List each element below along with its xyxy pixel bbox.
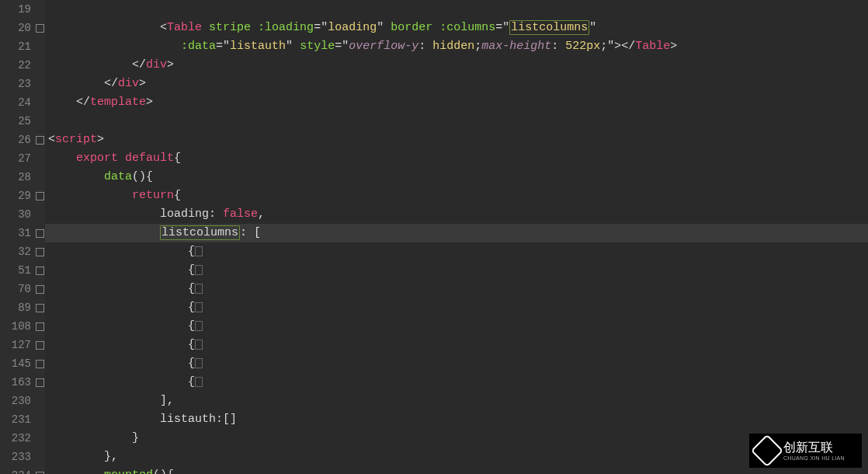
code-token: ; [600, 40, 607, 53]
code-token: : [418, 40, 432, 53]
line-number[interactable]: 27 [0, 149, 34, 168]
code-line[interactable]: { [45, 317, 868, 336]
line-number[interactable]: 51 [0, 261, 34, 280]
code-token: :columns [439, 21, 495, 34]
code-line[interactable]: mounted(){ [45, 466, 868, 474]
fold-marker-icon[interactable] [34, 261, 45, 280]
code-line[interactable]: { [45, 261, 868, 280]
fold-marker-icon[interactable] [34, 242, 45, 261]
line-number[interactable]: 25 [0, 112, 34, 131]
line-number[interactable]: 20 [0, 19, 34, 37]
fold-marker-icon[interactable] [34, 186, 45, 205]
code-line[interactable]: :data="listauth" style="overflow-y: hidd… [45, 37, 868, 56]
code-line[interactable]: data(){ [45, 168, 868, 186]
line-number[interactable]: 24 [0, 93, 34, 112]
code-token: " [607, 40, 614, 53]
fold-marker-empty [34, 75, 45, 93]
code-token: = [216, 40, 223, 53]
line-number[interactable]: 23 [0, 75, 34, 93]
fold-marker-icon[interactable] [34, 373, 45, 392]
line-number[interactable]: 70 [0, 280, 34, 298]
code-line[interactable]: listcolumns: [ [45, 224, 868, 242]
code-editor[interactable]: 1920212223242526272829303132517089108127… [0, 0, 868, 474]
code-line[interactable]: }, [45, 448, 868, 466]
fold-marker-icon[interactable] [34, 298, 45, 317]
line-number[interactable]: 234 [0, 466, 34, 474]
line-number[interactable]: 29 [0, 186, 34, 205]
folded-region-icon[interactable] [195, 302, 203, 312]
code-line[interactable]: { [45, 336, 868, 354]
code-line[interactable]: { [45, 280, 868, 298]
code-line[interactable]: { [45, 242, 868, 261]
fold-marker-empty [34, 93, 45, 112]
code-token: : [551, 40, 565, 53]
code-line[interactable]: } [45, 429, 868, 448]
line-number[interactable]: 32 [0, 242, 34, 261]
folded-region-icon[interactable] [195, 265, 203, 275]
code-area[interactable]: <Table stripe :loading="loading" border … [45, 0, 868, 474]
line-number[interactable]: 145 [0, 354, 34, 373]
line-number[interactable]: 22 [0, 56, 34, 75]
line-number[interactable]: 30 [0, 205, 34, 224]
fold-marker-icon[interactable] [34, 131, 45, 149]
line-number[interactable]: 108 [0, 317, 34, 336]
fold-marker-icon[interactable] [34, 466, 45, 474]
code-token: export [76, 152, 118, 165]
code-token: { [174, 152, 181, 165]
fold-marker-icon[interactable] [34, 354, 45, 373]
line-number[interactable]: 31 [0, 224, 34, 242]
fold-marker-icon[interactable] [34, 224, 45, 242]
code-line[interactable]: listauth:[] [45, 410, 868, 429]
code-line[interactable] [45, 112, 868, 131]
code-line[interactable]: export default{ [45, 149, 868, 168]
folded-region-icon[interactable] [195, 377, 203, 387]
line-number[interactable]: 21 [0, 37, 34, 56]
code-line[interactable]: { [45, 373, 868, 392]
line-number[interactable]: 230 [0, 392, 34, 410]
code-line[interactable]: { [45, 354, 868, 373]
code-token: { [188, 282, 195, 295]
folded-region-icon[interactable] [195, 246, 203, 256]
fold-marker-icon[interactable] [34, 280, 45, 298]
code-token: { [174, 189, 181, 202]
folded-region-icon[interactable] [195, 340, 203, 350]
fold-marker-icon[interactable] [34, 317, 45, 336]
folded-region-icon[interactable] [195, 358, 203, 368]
line-number-gutter[interactable]: 1920212223242526272829303132517089108127… [0, 0, 34, 474]
line-number[interactable]: 163 [0, 373, 34, 392]
code-line[interactable]: loading: false, [45, 205, 868, 224]
line-number[interactable]: 28 [0, 168, 34, 186]
line-number[interactable]: 89 [0, 298, 34, 317]
code-line[interactable]: return{ [45, 186, 868, 205]
line-number[interactable]: 26 [0, 131, 34, 149]
line-number[interactable]: 231 [0, 410, 34, 429]
code-token: div [118, 77, 139, 90]
code-token [432, 21, 439, 34]
code-line[interactable]: ], [45, 392, 868, 410]
code-line[interactable]: </div> [45, 56, 868, 75]
line-number[interactable]: 127 [0, 336, 34, 354]
code-line[interactable]: <script> [45, 131, 868, 149]
line-number[interactable]: 19 [0, 0, 34, 19]
fold-column[interactable] [34, 0, 45, 474]
line-number[interactable]: 233 [0, 448, 34, 466]
brand-logo-text-en: CHUANG XIN HU LIAN [783, 455, 845, 461]
folded-region-icon[interactable] [195, 284, 203, 294]
line-number[interactable]: 232 [0, 429, 34, 448]
code-token: Table [635, 40, 670, 53]
fold-marker-icon[interactable] [34, 336, 45, 354]
code-token: : [209, 207, 223, 221]
fold-marker-icon[interactable] [34, 19, 45, 37]
code-token [293, 40, 300, 53]
code-line[interactable]: { [45, 298, 868, 317]
folded-region-icon[interactable] [195, 321, 203, 331]
code-token: stripe [209, 21, 251, 34]
code-line[interactable]: <Table stripe :loading="loading" border … [45, 19, 868, 37]
code-line[interactable]: </template> [45, 93, 868, 112]
code-token: > [146, 96, 153, 109]
code-token: ; [474, 40, 481, 53]
code-line[interactable] [45, 0, 868, 19]
fold-marker-empty [34, 429, 45, 448]
fold-marker-empty [34, 205, 45, 224]
code-line[interactable]: </div> [45, 75, 868, 93]
